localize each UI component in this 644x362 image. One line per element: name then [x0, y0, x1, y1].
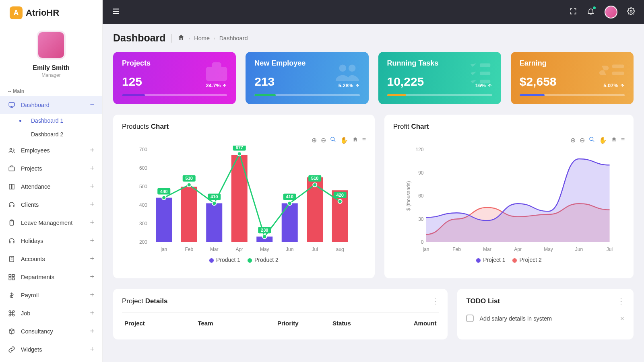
expand-icon: +	[90, 146, 94, 154]
stat-card-earning[interactable]: Earning $2,6585.07%	[511, 52, 634, 104]
collapse-icon: −	[90, 101, 94, 109]
fullscreen-button[interactable]	[569, 7, 577, 17]
breadcrumb-home[interactable]: Home	[194, 35, 210, 41]
svg-text:410: 410	[286, 194, 293, 199]
zoom-out-icon[interactable]: ⊖	[580, 136, 585, 144]
svg-text:0: 0	[421, 239, 424, 245]
zoom-in-icon[interactable]: ⊕	[312, 136, 317, 144]
svg-rect-6	[9, 274, 11, 276]
sidebar-item-clients[interactable]: Clients+	[0, 195, 102, 214]
svg-text:May: May	[260, 247, 269, 252]
svg-rect-7	[12, 274, 14, 276]
svg-text:440: 440	[160, 189, 167, 194]
todo-item[interactable]: Add salary details in system ✕	[466, 311, 625, 326]
main: Dashboard › Home › Dashboard Projects 12…	[103, 0, 644, 362]
pan-icon[interactable]: ✋	[340, 136, 348, 144]
svg-text:600: 600	[139, 165, 147, 171]
profile-name: Emily Smith	[33, 64, 70, 72]
sidebar-item-leave[interactable]: Leave Management+	[0, 214, 102, 232]
products-chart[interactable]: 2003004005006007004405104106772304105104…	[122, 146, 366, 254]
svg-text:Jun: Jun	[575, 247, 583, 252]
stat-card-tasks[interactable]: Running Tasks 10,22516%	[378, 52, 501, 104]
document-icon	[8, 255, 15, 263]
notification-dot	[593, 6, 596, 9]
sidebar-item-payroll[interactable]: Payroll+	[0, 286, 102, 304]
sidebar-label: Widgets	[21, 346, 42, 353]
menu-icon[interactable]: ≡	[362, 136, 366, 144]
sidebar-item-employees[interactable]: Employees+	[0, 141, 102, 159]
sidebar-item-dashboard[interactable]: Dashboard −	[0, 96, 102, 114]
content: Dashboard › Home › Dashboard Projects 12…	[103, 24, 644, 362]
sidebar-item-widgets[interactable]: Widgets+	[0, 340, 102, 358]
expand-icon: +	[90, 255, 94, 263]
stat-card-new-employee[interactable]: New Employee 2135.28%	[246, 52, 368, 104]
more-button[interactable]: ⋮	[431, 297, 439, 306]
headset-icon	[8, 201, 15, 208]
home-icon[interactable]	[352, 136, 358, 144]
monitor-icon	[8, 101, 15, 109]
sidebar-label: Job	[21, 310, 30, 317]
svg-point-1	[10, 148, 12, 150]
sidebar-item-attendance[interactable]: Attendance+	[0, 177, 102, 195]
close-icon[interactable]: ✕	[620, 315, 625, 322]
svg-text:230: 230	[261, 228, 268, 232]
sidebar-item-consultancy[interactable]: Consultancy+	[0, 322, 102, 340]
svg-text:120: 120	[415, 147, 423, 152]
profit-chart[interactable]: 0306090120$ (thousands)janFebMarAprMayJu…	[393, 146, 625, 254]
link-icon	[8, 346, 15, 353]
sidebar-item-dashboard-1[interactable]: Dashboard 1	[14, 114, 102, 128]
search-zoom-icon[interactable]	[589, 136, 595, 144]
svg-rect-15	[480, 72, 490, 75]
expand-icon: +	[90, 309, 94, 317]
svg-text:Mar: Mar	[210, 247, 219, 252]
stat-value: 125	[122, 75, 142, 88]
more-button[interactable]: ⋮	[617, 297, 625, 306]
checkbox[interactable]	[466, 315, 474, 322]
pan-icon[interactable]: ✋	[599, 136, 607, 144]
products-chart-card: Products Chart ⊕ ⊖ ✋ ≡ 20030040050060070…	[113, 115, 375, 278]
sidebar-item-departments[interactable]: Departments+	[0, 268, 102, 286]
svg-text:$ (thousands): $ (thousands)	[405, 181, 411, 210]
svg-rect-28	[206, 203, 222, 242]
home-icon[interactable]	[178, 34, 185, 42]
menu-icon[interactable]: ≡	[621, 136, 625, 144]
svg-rect-8	[9, 278, 11, 280]
clipboard-icon	[8, 219, 15, 226]
search-zoom-icon[interactable]	[330, 136, 336, 144]
profile-block: Emily Smith Manager	[0, 26, 102, 85]
card-title: TODO List	[466, 297, 500, 305]
sidebar-item-projects[interactable]: Projects+	[0, 159, 102, 177]
legend-item: Project 2	[519, 257, 541, 263]
avatar[interactable]	[37, 31, 66, 60]
svg-rect-11	[206, 67, 227, 81]
sidebar-item-job[interactable]: Job+	[0, 304, 102, 322]
home-icon[interactable]	[611, 136, 617, 144]
dollar-icon	[8, 292, 15, 299]
chevron-right-icon: ›	[189, 36, 190, 41]
sidebar-label: Dashboard	[21, 102, 50, 108]
menu-toggle-button[interactable]	[111, 7, 120, 17]
expand-icon: +	[90, 200, 94, 209]
sidebar: A AtrioHR Emily Smith Manager -- Main Da…	[0, 0, 103, 362]
svg-point-46	[262, 234, 266, 239]
sidebar-label: Leave Management	[21, 220, 72, 226]
zoom-out-icon[interactable]: ⊖	[321, 136, 326, 144]
sidebar-item-dashboard-2[interactable]: Dashboard 2	[14, 128, 102, 141]
sidebar-item-accounts[interactable]: Accounts+	[0, 250, 102, 268]
sidebar-item-holidays[interactable]: Holidays+	[0, 232, 102, 250]
card-title: Profit Chart	[393, 123, 625, 131]
brand-logo[interactable]: A AtrioHR	[0, 0, 102, 26]
svg-text:Jun: Jun	[286, 247, 293, 252]
stat-card-projects[interactable]: Projects 12524.7%	[113, 52, 236, 104]
settings-button[interactable]	[627, 7, 635, 17]
user-avatar-small[interactable]	[605, 6, 617, 19]
profile-role: Manager	[41, 72, 60, 78]
svg-rect-18	[612, 72, 624, 75]
notifications-button[interactable]	[587, 7, 595, 17]
zoom-in-icon[interactable]: ⊕	[570, 136, 576, 144]
col-project: Project	[124, 320, 198, 327]
svg-rect-9	[12, 278, 14, 280]
users-icon	[8, 147, 15, 154]
svg-text:Apr: Apr	[235, 247, 243, 252]
expand-icon: +	[90, 218, 94, 227]
